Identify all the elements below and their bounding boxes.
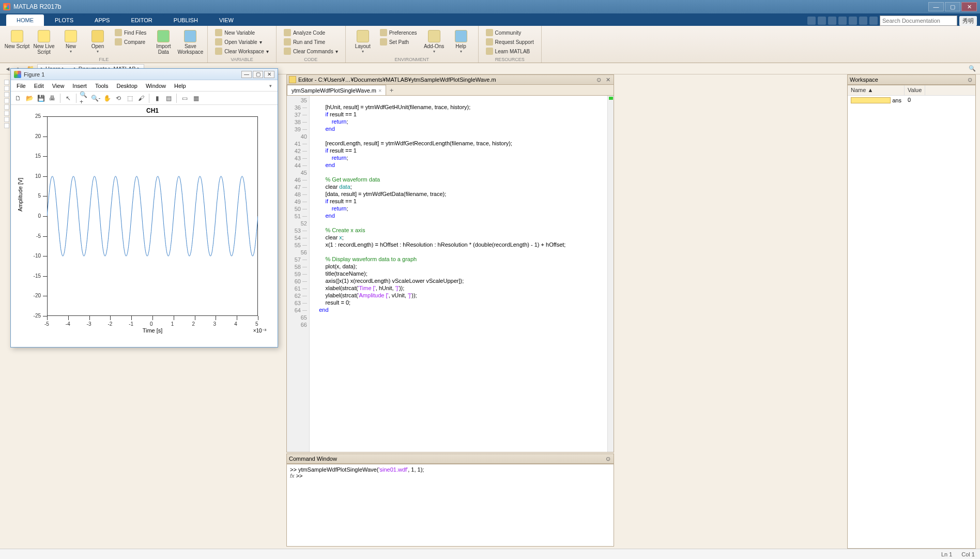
layout-button[interactable]: Layout▾ — [350, 28, 376, 57]
figure-axes[interactable]: CH1 Amplitude [V] Time [s] ×10⁻³ -25-20-… — [11, 105, 278, 346]
paste-icon[interactable] — [838, 17, 847, 25]
panel-menu-button[interactable]: ⊙ — [595, 76, 602, 83]
command-window-title: Command Window — [289, 456, 337, 462]
new-button[interactable]: New▾ — [58, 28, 84, 57]
app-title: MATLAB R2017b — [13, 3, 62, 10]
insert-legend-icon[interactable]: ▤ — [163, 93, 174, 103]
clear-workspace-button[interactable]: Clear Workspace ▾ — [212, 47, 272, 56]
panel-close-button[interactable]: ✕ — [604, 76, 611, 83]
figure-close-button[interactable]: ✕ — [264, 71, 274, 78]
docked-panels-strip — [4, 74, 10, 549]
close-button[interactable]: ✕ — [961, 2, 977, 11]
print-icon[interactable]: 🖶 — [47, 93, 57, 103]
figure-menu-desktop[interactable]: Desktop — [113, 82, 141, 90]
figure-menu-help[interactable]: Help — [171, 82, 190, 90]
learn-matlab-button[interactable]: Learn MATLAB — [483, 47, 537, 56]
open-variable-button[interactable]: Open Variable ▾ — [212, 37, 272, 47]
open-button[interactable]: Open▾ — [85, 28, 111, 57]
figure-menu-window[interactable]: Window — [142, 82, 170, 90]
ribbon-tab-plots[interactable]: PLOTS — [44, 14, 84, 26]
addons-button[interactable]: Add-Ons▾ — [421, 28, 447, 57]
ribbon-tab-view[interactable]: VIEW — [209, 14, 244, 26]
help-button[interactable]: Help▾ — [448, 28, 474, 57]
clear-commands-button[interactable]: Clear Commands ▾ — [281, 47, 341, 56]
rotate-icon[interactable]: ⟲ — [113, 93, 124, 103]
open-figure-icon[interactable]: 📂 — [24, 93, 35, 103]
save-icon[interactable] — [807, 17, 816, 25]
command-window[interactable]: >> ytmSampleWdfPlotSingleWave('sine01.wd… — [286, 464, 614, 547]
copy-icon[interactable] — [828, 17, 836, 25]
find-files-button[interactable]: Find Files — [112, 28, 149, 37]
panel-menu-button[interactable]: ⊙ — [966, 76, 973, 83]
analyze-code-button[interactable]: Analyze Code — [281, 28, 341, 37]
pointer-icon[interactable]: ↖ — [63, 93, 73, 103]
new-tab-button[interactable]: + — [386, 85, 396, 95]
save-figure-icon[interactable]: 💾 — [36, 93, 46, 103]
search-documentation-input[interactable] — [880, 16, 957, 26]
workspace-row[interactable]: ans 0 — [848, 96, 975, 105]
save-workspace-button[interactable]: Save Workspace — [177, 28, 203, 57]
figure-minimize-button[interactable]: — — [241, 71, 252, 78]
preferences-button[interactable]: Preferences — [377, 28, 420, 37]
show-plot-tools-icon[interactable]: ▦ — [191, 93, 201, 103]
y-axis-label: Amplitude [V] — [17, 178, 23, 211]
app-titlebar: MATLAB R2017b — ▢ ✕ — [0, 0, 980, 13]
new-script-button[interactable]: New Script — [4, 28, 30, 57]
matlab-logo-icon — [3, 3, 10, 10]
code-overview-strip[interactable] — [607, 96, 614, 452]
figure-menu-view[interactable]: View — [49, 82, 68, 90]
ribbon-tab-home[interactable]: HOME — [6, 14, 44, 26]
ribbon-tabbar: HOMEPLOTSAPPSEDITORPUBLISHVIEW 秀明 — [0, 13, 980, 26]
hide-tools-icon[interactable]: ▭ — [179, 93, 190, 103]
group-label-code: CODE — [277, 57, 345, 62]
zoom-in-icon[interactable]: 🔍+ — [79, 93, 89, 103]
tab-close-icon[interactable]: × — [378, 87, 381, 94]
editor-header: Editor - C:¥Users¥…¥Documents¥MATLAB¥ytm… — [286, 74, 614, 85]
request-support-button[interactable]: Request Support — [483, 37, 537, 47]
ribbon-tab-apps[interactable]: APPS — [84, 14, 120, 26]
run-and-time-button[interactable]: Run and Time — [281, 37, 341, 47]
editor-file-tab[interactable]: ytmSampleWdfPlotSingleWave.m× — [287, 85, 386, 95]
figure-menu-dropdown-icon[interactable]: ▾ — [266, 82, 275, 89]
undo-icon[interactable] — [849, 17, 857, 25]
new-figure-icon[interactable]: 🗋 — [13, 93, 23, 103]
user-badge[interactable]: 秀明 — [959, 16, 977, 26]
zoom-out-icon[interactable]: 🔍- — [90, 93, 101, 103]
code-editor[interactable]: 3536 —37 —38 —39 —4041 —42 —43 —44 —4546… — [286, 95, 614, 452]
cut-icon[interactable] — [818, 17, 826, 25]
x-axis-label: Time [s] — [47, 327, 258, 334]
minimize-button[interactable]: — — [928, 2, 944, 11]
figure-maximize-button[interactable]: ▢ — [253, 71, 263, 78]
workspace-table[interactable]: Name ▲ Value ans 0 — [847, 85, 976, 549]
chart-title: CH1 — [47, 107, 258, 114]
figure-menu-edit[interactable]: Edit — [30, 82, 48, 90]
brush-icon[interactable]: 🖌 — [136, 93, 146, 103]
workspace-col-name[interactable]: Name ▲ — [848, 85, 905, 95]
new-variable-button[interactable]: New Variable — [212, 28, 272, 37]
statusbar: Ln 1 Col 1 — [0, 549, 980, 559]
help-doc-icon[interactable] — [869, 17, 878, 25]
status-col: Col 1 — [961, 551, 975, 557]
figure-menu-insert[interactable]: Insert — [69, 82, 90, 90]
compare-button[interactable]: Compare — [112, 37, 149, 47]
new-live-script-button[interactable]: New Live Script — [31, 28, 57, 57]
workspace-col-value[interactable]: Value — [905, 85, 925, 95]
insert-colorbar-icon[interactable]: ▮ — [152, 93, 162, 103]
editor-icon — [289, 76, 296, 83]
panel-menu-button[interactable]: ⊙ — [604, 455, 611, 462]
community-button[interactable]: Community — [483, 28, 537, 37]
pan-icon[interactable]: ✋ — [102, 93, 112, 103]
import-data-button[interactable]: Import Data — [150, 28, 176, 57]
maximize-button[interactable]: ▢ — [945, 2, 960, 11]
redo-icon[interactable] — [859, 17, 867, 25]
figure-titlebar[interactable]: Figure 1 — ▢ ✕ — [11, 69, 278, 80]
ribbon-tab-publish[interactable]: PUBLISH — [163, 14, 208, 26]
figure-window[interactable]: Figure 1 — ▢ ✕ FileEditViewInsertToolsDe… — [10, 68, 278, 348]
search-folder-icon[interactable]: 🔍 — [968, 64, 977, 73]
set-path-button[interactable]: Set Path — [377, 37, 420, 47]
data-cursor-icon[interactable]: ⬚ — [125, 93, 135, 103]
figure-menu-tools[interactable]: Tools — [91, 82, 112, 90]
ribbon-tab-editor[interactable]: EDITOR — [120, 14, 162, 26]
figure-menu-file[interactable]: File — [13, 82, 29, 90]
matlab-logo-icon — [14, 71, 21, 78]
